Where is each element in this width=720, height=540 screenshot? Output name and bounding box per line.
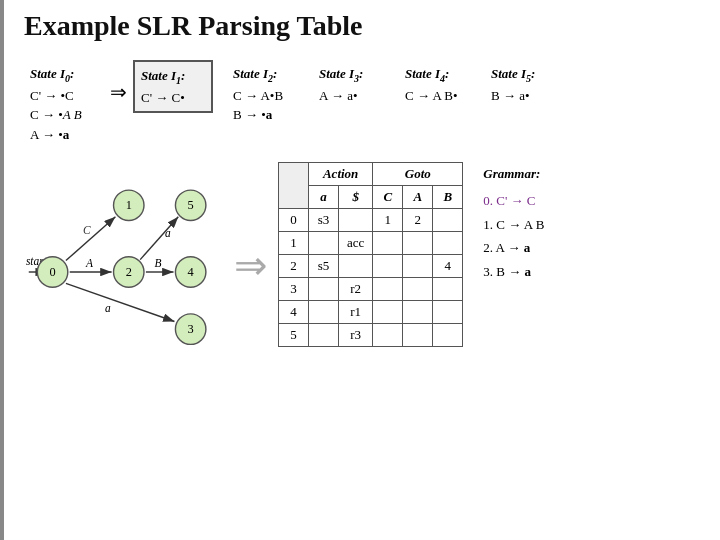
edge-0-1-label: C <box>83 224 91 236</box>
state-diagram: start C A a B a 0 <box>24 162 224 382</box>
header-action-group: Action <box>309 163 373 186</box>
edge-0-1 <box>66 217 116 261</box>
parsing-table-container: Action Goto a $ C A B 0 s3 <box>278 162 463 347</box>
state-i3-title: State I3: <box>319 64 387 86</box>
node-4-label: 4 <box>188 265 194 279</box>
grammar-title: Grammar: <box>483 162 544 185</box>
node-1-label: 1 <box>126 198 132 212</box>
row-5-dollar: r3 <box>339 324 373 347</box>
edge-0-2-label: A <box>85 257 93 269</box>
table-row: 1 acc <box>279 232 463 255</box>
header-goto-group: Goto <box>373 163 463 186</box>
parsing-table: Action Goto a $ C A B 0 s3 <box>278 162 463 347</box>
row-4-a <box>309 301 339 324</box>
state-i4: State I4: C → A B• <box>399 60 479 109</box>
row-0-a: s3 <box>309 209 339 232</box>
state-i1-rule1: C' → C• <box>141 88 205 108</box>
state-i2-rule2: B → •a <box>233 105 301 125</box>
edge-2-5-label: a <box>165 227 171 239</box>
page: Example SLR Parsing Table State I0: C' →… <box>0 0 720 540</box>
row-5-A <box>403 324 433 347</box>
state-i4-rule1: C → A B• <box>405 86 473 106</box>
row-0-C: 1 <box>373 209 403 232</box>
state-i0-title: State I0: <box>30 64 98 86</box>
row-0-state: 0 <box>279 209 309 232</box>
state-i2-rule1: C → A•B <box>233 86 301 106</box>
row-4-A <box>403 301 433 324</box>
row-2-a: s5 <box>309 255 339 278</box>
row-4-C <box>373 301 403 324</box>
row-4-state: 4 <box>279 301 309 324</box>
row-3-A <box>403 278 433 301</box>
row-1-B <box>433 232 463 255</box>
state-i5-rule1: B → a• <box>491 86 559 106</box>
row-5-B <box>433 324 463 347</box>
row-2-C <box>373 255 403 278</box>
state-i0-rule1: C' → •C <box>30 86 98 106</box>
row-2-A <box>403 255 433 278</box>
row-3-B <box>433 278 463 301</box>
node-0-label: 0 <box>49 265 55 279</box>
row-3-dollar: r2 <box>339 278 373 301</box>
edge-2-5 <box>140 217 178 260</box>
node-2-label: 2 <box>126 265 132 279</box>
state-i3: State I3: A → a• <box>313 60 393 109</box>
state-i2: State I2: C → A•B B → •a <box>227 60 307 129</box>
state-i1: State I1: C' → C• <box>133 60 213 113</box>
bottom-section: start C A a B a 0 <box>24 162 700 382</box>
state-i5-title: State I5: <box>491 64 559 86</box>
row-1-A <box>403 232 433 255</box>
row-0-B <box>433 209 463 232</box>
row-3-C <box>373 278 403 301</box>
diagram-svg: start C A a B a 0 <box>24 162 224 382</box>
row-0-dollar <box>339 209 373 232</box>
state-i2-title: State I2: <box>233 64 301 86</box>
row-2-B: 4 <box>433 255 463 278</box>
edge-2-4-label: B <box>154 257 161 269</box>
state-i5: State I5: B → a• <box>485 60 565 109</box>
table-row: 0 s3 1 2 <box>279 209 463 232</box>
grammar-rule-2: 2. A → a <box>483 236 544 259</box>
row-1-C <box>373 232 403 255</box>
header-B: B <box>433 186 463 209</box>
grammar-rule-3: 3. B → a <box>483 260 544 283</box>
state-i3-rule1: A → a• <box>319 86 387 106</box>
page-title: Example SLR Parsing Table <box>24 10 700 42</box>
row-1-state: 1 <box>279 232 309 255</box>
table-row: 3 r2 <box>279 278 463 301</box>
arrow-0to1: ⇒ <box>110 80 127 104</box>
grammar-rule-0: 0. C' → C <box>483 189 544 212</box>
edge-0-3-label: a <box>105 302 111 314</box>
edge-0-3 <box>66 284 175 322</box>
header-C: C <box>373 186 403 209</box>
header-state <box>279 163 309 209</box>
row-5-a <box>309 324 339 347</box>
header-a: a <box>309 186 339 209</box>
row-1-a <box>309 232 339 255</box>
states-row: State I0: C' → •C C → •A B A → •a ⇒ Stat… <box>24 60 700 148</box>
table-row: 2 s5 4 <box>279 255 463 278</box>
grammar-section: Grammar: 0. C' → C 1. C → A B 2. A → a 3… <box>483 162 544 283</box>
table-row: 4 r1 <box>279 301 463 324</box>
row-0-A: 2 <box>403 209 433 232</box>
row-1-dollar: acc <box>339 232 373 255</box>
state-i4-title: State I4: <box>405 64 473 86</box>
row-2-state: 2 <box>279 255 309 278</box>
node-3-label: 3 <box>188 322 194 336</box>
diagram-to-table-arrow: ⇒ <box>234 242 268 289</box>
row-5-C <box>373 324 403 347</box>
header-dollar: $ <box>339 186 373 209</box>
state-i0: State I0: C' → •C C → •A B A → •a <box>24 60 104 148</box>
header-A: A <box>403 186 433 209</box>
state-i1-title: State I1: <box>141 66 205 88</box>
grammar-rule-1: 1. C → A B <box>483 213 544 236</box>
row-2-dollar <box>339 255 373 278</box>
row-3-a <box>309 278 339 301</box>
row-5-state: 5 <box>279 324 309 347</box>
table-row: 5 r3 <box>279 324 463 347</box>
state-i0-rule3: A → •a <box>30 125 98 145</box>
row-3-state: 3 <box>279 278 309 301</box>
row-4-dollar: r1 <box>339 301 373 324</box>
row-4-B <box>433 301 463 324</box>
node-5-label: 5 <box>188 198 194 212</box>
